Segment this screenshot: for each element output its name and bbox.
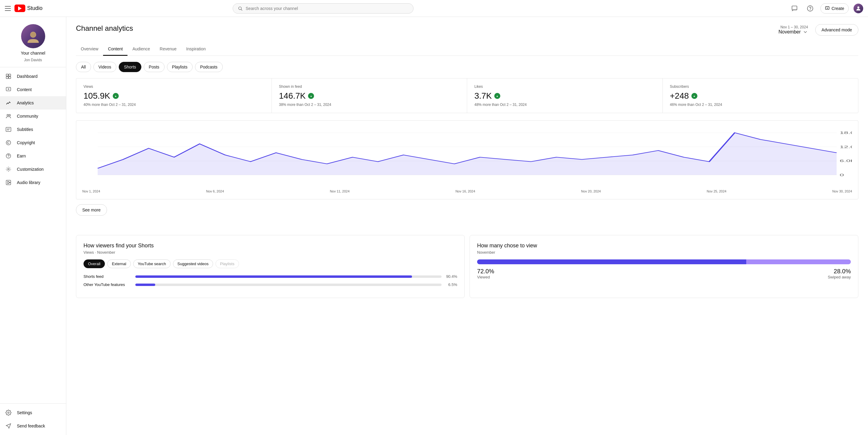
bar-label: Shorts feed xyxy=(84,274,132,279)
viewed-bar xyxy=(477,259,746,264)
date-selector[interactable]: Nov 1 – 30, 2024 November xyxy=(778,25,808,35)
tab-overview[interactable]: Overview xyxy=(76,43,103,56)
filter-btn-posts[interactable]: Posts xyxy=(144,62,164,72)
page-title: Channel analytics xyxy=(76,24,133,33)
view-card-subtitle: November xyxy=(477,250,851,255)
filter-row: AllVideosShortsPostsPlaylistsPodcasts xyxy=(76,62,858,72)
avatar[interactable] xyxy=(854,4,863,13)
sidebar-item-content[interactable]: Content xyxy=(0,83,66,96)
chart-x-label: Nov 6, 2024 xyxy=(206,190,224,193)
viewed-stat: 72.0% Viewed xyxy=(477,268,494,279)
svg-text:0: 0 xyxy=(840,173,844,177)
sidebar-item-analytics[interactable]: Analytics xyxy=(0,96,66,110)
tab-inspiration[interactable]: Inspiration xyxy=(181,43,211,56)
app-body: Your channel Jon Davids DashboardContent… xyxy=(0,17,868,435)
sidebar-item-label: Analytics xyxy=(17,100,34,105)
comments-icon-btn[interactable] xyxy=(789,3,800,14)
chart-x-label: Nov 30, 2024 xyxy=(832,190,852,193)
viewers-filter-overall[interactable]: Overall xyxy=(84,259,105,268)
swiped-bar xyxy=(746,259,851,264)
sidebar-item-customization[interactable]: Customization xyxy=(0,163,66,176)
tab-audience[interactable]: Audience xyxy=(127,43,155,56)
sidebar-item-community[interactable]: Community xyxy=(0,110,66,123)
profile-avatar[interactable] xyxy=(21,24,45,48)
swiped-label: Swiped away xyxy=(828,275,851,279)
stat-badge xyxy=(494,93,500,99)
search-input[interactable] xyxy=(246,6,408,11)
topnav-right: Create xyxy=(789,3,863,14)
svg-line-1 xyxy=(241,9,242,10)
chart-container: 06.0K12.0K18.0K Nov 1, 2024Nov 6, 2024No… xyxy=(76,120,858,199)
sidebar-item-settings[interactable]: Settings xyxy=(0,406,66,419)
svg-text:6.0K: 6.0K xyxy=(840,159,852,163)
svg-point-9 xyxy=(30,32,36,37)
viewers-filter-youtube-search[interactable]: YouTube search xyxy=(133,259,170,268)
svg-text:18.0K: 18.0K xyxy=(840,131,852,135)
filter-btn-videos[interactable]: Videos xyxy=(93,62,117,72)
create-icon xyxy=(825,6,830,11)
see-more-button[interactable]: See more xyxy=(76,204,107,216)
sidebar-item-audio-library[interactable]: Audio library xyxy=(0,176,66,189)
sidebar-item-label: Dashboard xyxy=(17,74,38,79)
chart-x-labels: Nov 1, 2024Nov 6, 2024Nov 11, 2024Nov 16… xyxy=(82,190,852,193)
bar-label: Other YouTube features xyxy=(84,282,132,287)
svg-rect-13 xyxy=(9,77,11,79)
menu-icon[interactable] xyxy=(5,6,11,11)
sidebar-item-earn[interactable]: Earn xyxy=(0,149,66,163)
stat-compare: 38% more than Oct 2 – 31, 2024 xyxy=(279,103,460,107)
subtitles-icon xyxy=(5,126,12,133)
chart-x-label: Nov 1, 2024 xyxy=(82,190,100,193)
tab-revenue[interactable]: Revenue xyxy=(155,43,181,56)
stat-value-row: 105.9K xyxy=(84,91,264,101)
profile-handle: Jon Davids xyxy=(24,58,42,62)
viewers-bar-row: Other YouTube features 6.5% xyxy=(84,282,457,287)
filter-btn-podcasts[interactable]: Podcasts xyxy=(195,62,223,72)
chart-x-label: Nov 16, 2024 xyxy=(456,190,475,193)
stat-badge xyxy=(113,93,119,99)
stat-value: +248 xyxy=(670,91,689,101)
page-header: Channel analytics Nov 1 – 30, 2024 Novem… xyxy=(76,24,858,36)
bar-fill xyxy=(135,276,412,278)
sidebar-item-label: Community xyxy=(17,114,38,119)
stat-badge xyxy=(691,93,698,99)
sidebar-bottom: SettingsSend feedback xyxy=(0,403,66,433)
logo[interactable]: Studio xyxy=(14,4,42,12)
svg-point-17 xyxy=(9,114,10,116)
viewers-filter-playlists: Playlists xyxy=(216,259,239,268)
sidebar-item-copyright[interactable]: Copyright xyxy=(0,136,66,149)
stat-card-3: Subscribers +248 46% more than Oct 2 – 3… xyxy=(663,79,858,113)
sidebar-item-send-feedback[interactable]: Send feedback xyxy=(0,419,66,433)
bar-track xyxy=(135,284,441,286)
search-bar[interactable] xyxy=(233,3,413,13)
tab-content[interactable]: Content xyxy=(103,43,127,56)
stat-label: Shown in feed xyxy=(279,84,460,89)
bar-pct: 90.4% xyxy=(445,274,457,279)
svg-rect-2 xyxy=(792,6,797,10)
sidebar-item-label: Earn xyxy=(17,153,26,158)
create-button[interactable]: Create xyxy=(820,3,849,13)
viewers-find-card: How viewers find your Shorts Views · Nov… xyxy=(76,235,465,298)
filter-btn-all[interactable]: All xyxy=(76,62,91,72)
help-icon-btn[interactable] xyxy=(805,3,815,14)
sidebar-item-dashboard[interactable]: Dashboard xyxy=(0,70,66,83)
svg-point-22 xyxy=(6,154,11,158)
sidebar-item-subtitles[interactable]: Subtitles xyxy=(0,123,66,136)
advanced-mode-button[interactable]: Advanced mode xyxy=(815,24,858,36)
filter-btn-shorts[interactable]: Shorts xyxy=(119,62,141,72)
viewers-filter-external[interactable]: External xyxy=(107,259,131,268)
swiped-pct: 28.0% xyxy=(828,268,851,275)
viewers-filter-suggested-videos[interactable]: Suggested videos xyxy=(173,259,213,268)
filter-btn-playlists[interactable]: Playlists xyxy=(167,62,193,72)
help-icon xyxy=(807,5,813,12)
comments-icon xyxy=(791,5,798,12)
topnav: Studio Create xyxy=(0,0,868,17)
analytics-icon xyxy=(5,99,12,107)
bar-fill xyxy=(135,284,155,286)
svg-point-16 xyxy=(7,114,8,116)
profile-avatar-image xyxy=(26,29,41,44)
profile-name: Your channel xyxy=(21,51,45,56)
dashboard-icon xyxy=(5,73,12,80)
sidebar-item-label: Audio library xyxy=(17,180,40,185)
tabs-row: OverviewContentAudienceRevenueInspiratio… xyxy=(76,43,858,56)
viewers-card-title: How viewers find your Shorts xyxy=(84,242,457,249)
